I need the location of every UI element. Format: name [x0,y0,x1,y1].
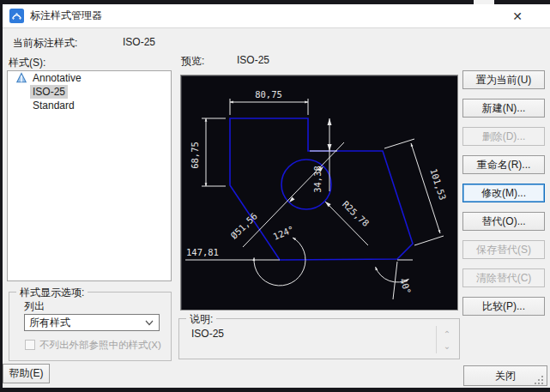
list-filter-label: 列出 [24,299,45,314]
dim-radius-text: R25,78 [341,199,372,229]
dim-step-text: 34,38 [312,166,323,193]
styles-list-label: 样式(S): [9,56,45,70]
styles-listbox[interactable]: Annotative ISO-25 Standard [7,70,172,281]
override-button[interactable]: 替代(O)... [462,212,545,231]
list-item-standard[interactable]: Standard [8,99,171,112]
dim-aligned-text: 101,53 [428,167,448,202]
scroll-down-icon[interactable]: ⌄ [441,341,453,351]
modify-button[interactable]: 修改(M)... [462,184,545,202]
dimension-preview-canvas: 80,75 68,75 34,38 101,53 Ø51,56 R25,78 1… [180,75,458,311]
current-style-value: ISO-25 [123,36,155,48]
preview-label: 预览: [181,54,204,69]
preview-style-value: ISO-25 [237,54,269,66]
list-item-annotative[interactable]: Annotative [8,71,171,85]
dimension-texts: 80,75 68,75 34,38 101,53 Ø51,56 R25,78 1… [186,89,448,296]
preview-drawing: 80,75 68,75 34,38 101,53 Ø51,56 R25,78 1… [181,75,457,310]
dim-angle-small-text: 40° [398,277,414,296]
new-button[interactable]: 新建(N)... [462,99,545,118]
description-group-label: 说明: [186,312,216,327]
titlebar: 标注样式管理器 ✕ [3,4,550,28]
current-style-label: 当前标注样式: [13,36,77,51]
hide-xref-checkbox [25,340,35,350]
dimension-style-manager-dialog: 标注样式管理器 ✕ 当前标注样式: ISO-25 样式(S): Annotati… [3,4,550,388]
compare-button[interactable]: 比较(P)... [462,297,545,316]
help-button[interactable]: 帮助(E) [3,364,50,383]
hide-xref-label: 不列出外部参照中的样式(X) [39,339,161,352]
description-text: ISO-25 [191,328,224,340]
description-group: 说明: ISO-25 ⌃ ⌄ [178,318,460,359]
resize-grip[interactable] [531,372,533,374]
style-filter-dropdown[interactable]: 所有样式 [24,314,160,331]
dimension-lines [185,99,444,299]
list-item-iso25[interactable]: ISO-25 [8,85,171,99]
close-button[interactable]: 关闭 [463,365,547,386]
dim-diameter-text: Ø51,56 [228,211,259,241]
delete-button: 删除(D)... [462,127,545,146]
dim-baseline-text: 147,81 [186,247,219,257]
dim-height-text: 68,75 [190,142,200,169]
annotative-icon [15,72,27,84]
selected-style-highlight: ISO-25 [30,85,68,99]
style-filter-value: 所有样式 [29,317,70,329]
clear-override-button: 清除替代(C) [462,268,545,287]
style-name: Standard [33,100,75,112]
display-options-group-label: 样式显示选项: [16,286,88,300]
style-name: ISO-25 [33,86,65,98]
dialog-title: 标注样式管理器 [30,9,102,23]
dim-width-text: 80,75 [255,89,282,100]
style-name: Annotative [33,72,82,84]
set-current-button[interactable]: 置为当前(U) [462,70,545,89]
description-divider [436,326,437,353]
close-icon[interactable]: ✕ [507,7,528,26]
rename-button[interactable]: 重命名(R)... [462,155,545,174]
scroll-up-icon[interactable]: ⌃ [441,329,453,339]
chevron-down-icon [145,317,154,328]
app-dimension-icon [9,9,24,23]
dim-angle-main-text: 124° [271,224,295,242]
save-override-button: 保存替代(S) [462,240,545,259]
